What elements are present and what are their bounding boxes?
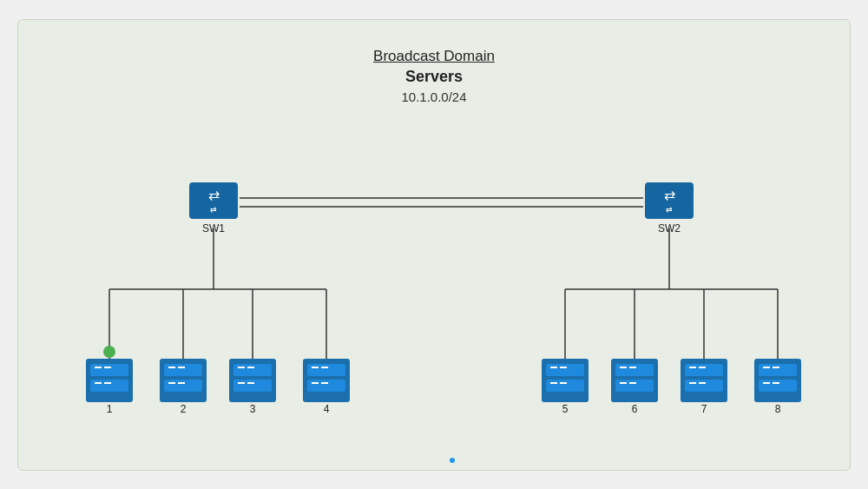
server5-label: 5 bbox=[562, 403, 569, 415]
svg-rect-37 bbox=[560, 367, 567, 368]
server8-label: 8 bbox=[775, 403, 781, 415]
svg-rect-32 bbox=[312, 382, 319, 384]
svg-text:⇄: ⇄ bbox=[210, 205, 217, 214]
svg-rect-52 bbox=[685, 380, 723, 392]
svg-rect-50 bbox=[689, 367, 696, 368]
svg-rect-14 bbox=[164, 364, 202, 376]
svg-rect-18 bbox=[168, 382, 175, 384]
server-1 bbox=[86, 359, 133, 402]
svg-rect-47 bbox=[629, 382, 636, 384]
bottom-dot bbox=[450, 458, 455, 463]
server-4 bbox=[303, 359, 350, 402]
server-3 bbox=[229, 359, 276, 402]
svg-rect-56 bbox=[759, 364, 797, 376]
svg-rect-38 bbox=[546, 380, 584, 392]
svg-rect-29 bbox=[312, 367, 319, 368]
svg-rect-54 bbox=[699, 382, 706, 384]
svg-rect-24 bbox=[233, 380, 272, 392]
svg-rect-39 bbox=[550, 382, 557, 384]
network-diagram-svg: ⇄ ⇄ SW1 ⇄ ⇄ SW2 1 bbox=[18, 20, 850, 470]
svg-rect-61 bbox=[773, 382, 779, 384]
svg-rect-51 bbox=[699, 367, 706, 368]
svg-rect-26 bbox=[247, 382, 254, 384]
svg-rect-9 bbox=[104, 367, 111, 368]
server3-label: 3 bbox=[250, 403, 256, 415]
switch-sw2: ⇄ ⇄ bbox=[645, 182, 694, 219]
svg-rect-35 bbox=[546, 364, 584, 376]
svg-rect-43 bbox=[620, 367, 627, 368]
server1-green-dot bbox=[103, 346, 115, 358]
svg-text:⇄: ⇄ bbox=[666, 205, 673, 214]
sw1-label: SW1 bbox=[202, 222, 225, 235]
svg-rect-11 bbox=[95, 382, 102, 384]
svg-rect-16 bbox=[178, 367, 185, 368]
diagram-container: Broadcast Domain Servers 10.1.0.0/24 bbox=[17, 19, 851, 471]
svg-rect-60 bbox=[763, 382, 770, 384]
server7-label: 7 bbox=[701, 403, 707, 415]
svg-rect-44 bbox=[629, 367, 636, 368]
svg-rect-46 bbox=[620, 382, 627, 384]
svg-rect-53 bbox=[689, 382, 696, 384]
svg-rect-10 bbox=[90, 380, 128, 392]
svg-rect-28 bbox=[307, 364, 345, 376]
svg-rect-12 bbox=[104, 382, 111, 384]
server-7 bbox=[681, 359, 727, 402]
svg-rect-30 bbox=[321, 367, 328, 368]
svg-rect-49 bbox=[685, 364, 723, 376]
server4-label: 4 bbox=[324, 403, 330, 415]
svg-rect-57 bbox=[763, 367, 770, 368]
switch-sw1: ⇄ ⇄ bbox=[189, 182, 238, 219]
server-8 bbox=[754, 359, 801, 402]
server-5 bbox=[542, 359, 589, 402]
svg-rect-25 bbox=[238, 382, 245, 384]
svg-text:⇄: ⇄ bbox=[664, 188, 675, 202]
sw2-label: SW2 bbox=[658, 222, 681, 235]
svg-text:⇄: ⇄ bbox=[208, 188, 220, 202]
svg-rect-33 bbox=[321, 382, 328, 384]
server-2 bbox=[160, 359, 207, 402]
svg-rect-8 bbox=[95, 367, 102, 368]
svg-rect-58 bbox=[773, 367, 779, 368]
server1-label: 1 bbox=[107, 403, 113, 415]
svg-rect-31 bbox=[307, 380, 345, 392]
svg-rect-22 bbox=[238, 367, 245, 368]
svg-rect-59 bbox=[759, 380, 797, 392]
svg-rect-15 bbox=[168, 367, 175, 368]
svg-rect-40 bbox=[560, 382, 567, 384]
server-6 bbox=[611, 359, 658, 402]
svg-rect-36 bbox=[550, 367, 557, 368]
svg-rect-19 bbox=[178, 382, 185, 384]
svg-rect-7 bbox=[90, 364, 128, 376]
server6-label: 6 bbox=[632, 403, 638, 415]
svg-rect-21 bbox=[233, 364, 272, 376]
svg-rect-23 bbox=[247, 367, 254, 368]
svg-rect-17 bbox=[164, 380, 202, 392]
svg-rect-42 bbox=[615, 364, 654, 376]
svg-rect-45 bbox=[615, 380, 654, 392]
server2-label: 2 bbox=[181, 403, 187, 415]
